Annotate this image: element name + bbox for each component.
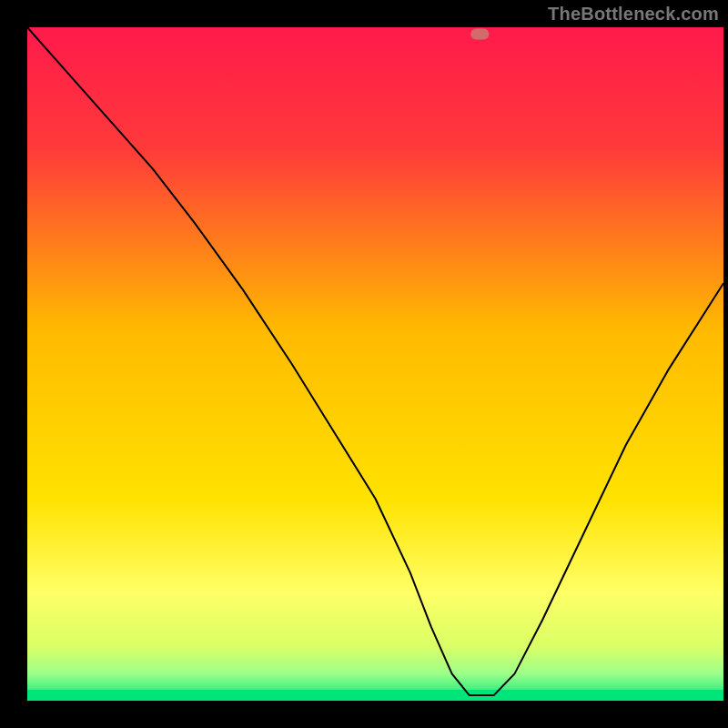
chart-svg (0, 0, 728, 728)
watermark-text: TheBottleneck.com (548, 4, 719, 25)
optimum-marker (470, 28, 489, 39)
chart-container: TheBottleneck.com (0, 0, 728, 728)
svg-rect-1 (27, 690, 723, 701)
plot-background (27, 27, 723, 701)
